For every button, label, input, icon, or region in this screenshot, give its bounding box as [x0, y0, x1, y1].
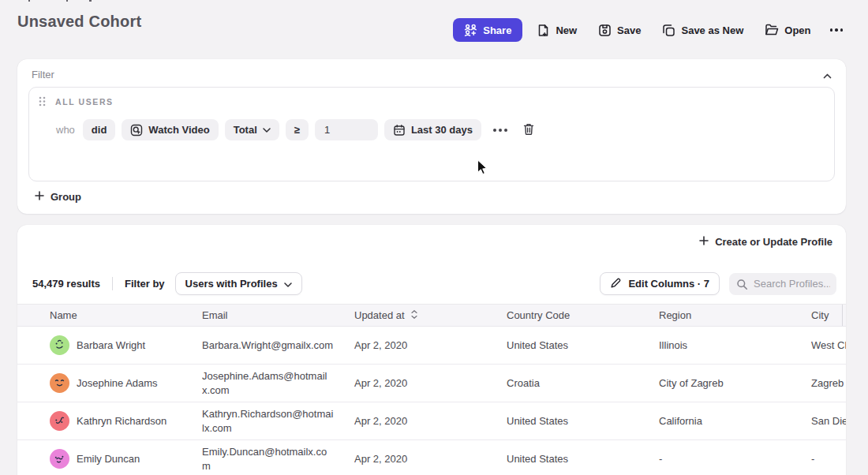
event-selector[interactable]: Watch Video	[122, 119, 218, 140]
drag-handle[interactable]	[39, 96, 46, 107]
column-header-region: Region	[659, 305, 811, 326]
results-panel: Create or Update Profile 54,479 results …	[17, 225, 846, 475]
table-row[interactable]: Kathryn Richardson Kathryn.Richardson@ho…	[17, 402, 846, 440]
new-button[interactable]: New	[529, 18, 584, 42]
profile-country-code: Croatia	[507, 365, 659, 402]
table-row[interactable]: Barbara Wright Barbara.Wright@gmailx.com…	[17, 327, 846, 365]
profile-region: California	[659, 402, 811, 439]
did-label: did	[92, 124, 107, 136]
updated-at-label: Updated at	[354, 309, 405, 321]
profile-name: Emily Duncan	[77, 453, 140, 465]
profile-country-code: United States	[507, 440, 659, 475]
profile-updated-at: Apr 2, 2020	[354, 365, 507, 402]
cropped-text-remnant	[28, 0, 30, 2]
profile-email: Kathryn.Richardson@hotmailx.com	[202, 402, 354, 439]
avatar	[50, 335, 69, 355]
did-selector[interactable]: did	[83, 119, 116, 140]
save-icon	[598, 24, 612, 37]
save-button[interactable]: Save	[591, 18, 648, 42]
threshold-input[interactable]	[315, 119, 378, 140]
event-name: Watch Video	[148, 124, 209, 136]
share-label: Share	[483, 24, 511, 36]
edit-columns-label: Edit Columns · 7	[628, 278, 709, 290]
more-horizontal-icon	[830, 28, 844, 32]
collapse-filter-button[interactable]	[820, 66, 835, 84]
profile-email: Barbara.Wright@gmailx.com	[202, 327, 354, 364]
date-range-selector[interactable]: Last 30 days	[384, 119, 481, 140]
save-as-new-label: Save as New	[681, 24, 743, 36]
table-row[interactable]: Josephine Adams Josephine.Adams@hotmailx…	[17, 365, 846, 402]
save-label: Save	[617, 24, 641, 36]
profile-city: Zagreb	[811, 365, 846, 402]
group-label: ALL USERS	[55, 97, 114, 107]
open-label: Open	[784, 24, 810, 36]
divider	[112, 277, 113, 290]
column-header-name: Name	[50, 305, 202, 326]
aggregation-value: Total	[234, 124, 257, 136]
sort-icon	[411, 309, 417, 321]
profiles-table: Name Email Updated at Country Code Regio…	[17, 304, 846, 475]
filter-condition-row: who did Watch Video Total	[56, 119, 538, 140]
group-header: ALL USERS	[39, 96, 114, 107]
avatar	[50, 373, 69, 393]
add-group-label: Group	[51, 191, 81, 203]
profile-filter-dropdown[interactable]: Users with Profiles	[175, 272, 302, 295]
folder-open-icon	[765, 24, 779, 36]
filter-panel-title: Filter	[32, 69, 54, 80]
add-group-button[interactable]: Group	[35, 191, 81, 203]
profile-updated-at: Apr 2, 2020	[354, 327, 507, 364]
profile-region: -	[659, 440, 811, 475]
profile-country-code: United States	[507, 327, 659, 364]
filter-by-label: Filter by	[125, 278, 165, 290]
profile-city: West Chicago	[811, 327, 846, 364]
condition-more-button[interactable]	[488, 129, 513, 132]
edit-columns-button[interactable]: Edit Columns · 7	[600, 272, 720, 295]
column-header-country-code: Country Code	[507, 305, 659, 326]
profile-name-cell: Emily Duncan	[50, 440, 202, 475]
new-label: New	[556, 24, 577, 36]
share-button[interactable]: Share	[453, 18, 522, 42]
aggregation-selector[interactable]: Total	[225, 119, 279, 140]
profile-email: Emily.Duncan@hotmailx.com	[202, 440, 354, 475]
calendar-icon	[393, 124, 406, 137]
avatar	[50, 449, 69, 469]
new-file-icon	[537, 24, 550, 37]
create-profile-label: Create or Update Profile	[715, 236, 832, 248]
chevron-down-icon	[284, 278, 292, 290]
column-header-updated-at[interactable]: Updated at	[354, 305, 507, 326]
chevron-down-icon	[263, 128, 271, 133]
open-button[interactable]: Open	[758, 18, 817, 42]
toolbar-right: Edit Columns · 7	[600, 272, 836, 295]
share-users-icon	[464, 24, 477, 36]
copy-icon	[662, 24, 675, 37]
table-header-row: Name Email Updated at Country Code Regio…	[17, 304, 846, 327]
avatar	[50, 411, 69, 431]
profile-name-cell: Josephine Adams	[50, 365, 202, 402]
plus-icon	[35, 191, 44, 203]
header-actions: Share New Save Save as New	[453, 18, 847, 42]
more-horizontal-icon	[493, 129, 507, 132]
pencil-icon	[610, 277, 622, 291]
search-profiles	[729, 273, 836, 295]
profile-updated-at: Apr 2, 2020	[354, 402, 507, 439]
trash-icon	[522, 122, 535, 138]
more-options-button[interactable]	[825, 18, 848, 42]
date-range-value: Last 30 days	[411, 124, 473, 136]
column-header-email: Email	[202, 305, 354, 326]
plus-icon	[699, 236, 709, 248]
delete-condition-button[interactable]	[519, 121, 538, 140]
cohort-group-box: ALL USERS who did Watch Video Total	[28, 87, 835, 181]
profile-name: Kathryn Richardson	[77, 415, 166, 427]
filter-panel: Filter ALL USERS who did	[17, 59, 846, 214]
profile-region: Illinois	[659, 327, 811, 364]
operator-value: ≥	[294, 124, 300, 136]
profile-city: San Diego	[811, 402, 846, 439]
profile-email: Josephine.Adams@hotmailx.com	[202, 365, 354, 402]
page-title: Unsaved Cohort	[17, 13, 141, 31]
profile-region: City of Zagreb	[659, 365, 811, 402]
create-or-update-profile-button[interactable]: Create or Update Profile	[699, 236, 832, 248]
cropped-text-remnant	[66, 0, 68, 2]
save-as-new-button[interactable]: Save as New	[655, 18, 750, 42]
table-row[interactable]: Emily Duncan Emily.Duncan@hotmailx.com A…	[17, 440, 846, 475]
operator-selector[interactable]: ≥	[286, 119, 309, 140]
